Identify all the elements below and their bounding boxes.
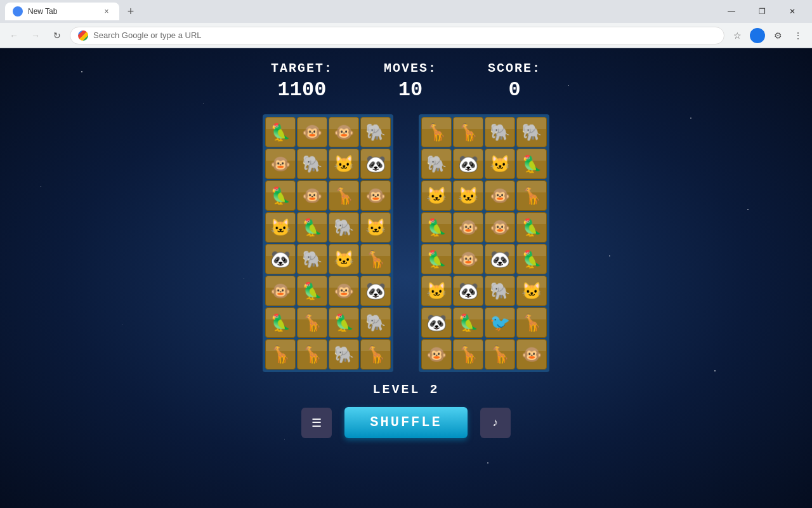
window-controls: — ❐ ✕ [717, 3, 807, 20]
moves-display: MOVES: 10 [384, 61, 437, 102]
table-row[interactable]: 🦜 [421, 244, 452, 274]
tab-bar: New Tab × + — ❐ ✕ [0, 0, 812, 23]
hud: TARGET: 1100 MOVES: 10 SCORE: 0 [271, 61, 541, 102]
profile-icon[interactable] [750, 28, 765, 43]
table-row[interactable]: 🦜 [453, 307, 483, 338]
table-row[interactable]: 🦜 [516, 244, 547, 274]
table-row[interactable]: 🦒 [265, 339, 296, 370]
refresh-button[interactable]: ↻ [48, 27, 66, 44]
table-row[interactable]: 🐵 [329, 276, 359, 306]
table-row[interactable]: 🐘 [516, 117, 547, 147]
table-row[interactable]: 🐵 [265, 276, 296, 306]
board-right: 🦒🦒🐘🐘🐘🐼🐱🦜🐱🐱🐵🦒🦜🐵🐵🦜🦜🐵🐼🦜🐱🐼🐘🐱🐼🦜🐦🦒🐵🦒🦒🐵 [419, 114, 549, 372]
tab-close-button[interactable]: × [102, 6, 112, 17]
table-row[interactable]: 🐘 [485, 276, 515, 306]
search-placeholder: Search Google or type a URL [93, 30, 202, 40]
table-row[interactable]: 🦜 [516, 212, 547, 243]
table-row[interactable]: 🦒 [297, 339, 327, 370]
table-row[interactable]: 🐘 [360, 307, 391, 338]
table-row[interactable]: 🐘 [297, 244, 327, 274]
table-row[interactable]: 🐦 [485, 307, 515, 338]
music-button[interactable]: ♪ [480, 408, 511, 438]
table-row[interactable]: 🦜 [516, 149, 547, 179]
table-row[interactable]: 🐱 [265, 212, 296, 243]
table-row[interactable]: 🦒 [360, 244, 391, 274]
table-row[interactable]: 🐱 [516, 276, 547, 306]
table-row[interactable]: 🦜 [265, 117, 296, 147]
restore-button[interactable]: ❐ [747, 3, 776, 20]
table-row[interactable]: 🐘 [421, 149, 452, 179]
table-row[interactable]: 🐱 [421, 276, 452, 306]
tab-title: New Tab [28, 7, 102, 16]
browser-chrome: New Tab × + — ❐ ✕ ← → ↻ Search Google or… [0, 0, 812, 48]
table-row[interactable]: 🐼 [421, 307, 452, 338]
bookmark-icon[interactable]: ☆ [728, 27, 746, 44]
minimize-button[interactable]: — [717, 3, 746, 20]
table-row[interactable]: 🦒 [516, 307, 547, 338]
table-row[interactable]: 🐼 [453, 276, 483, 306]
table-row[interactable]: 🦒 [329, 180, 359, 211]
level-display: LEVEL 2 [372, 382, 439, 397]
table-row[interactable]: 🦜 [421, 212, 452, 243]
search-bar[interactable]: Search Google or type a URL [70, 27, 724, 44]
google-icon [78, 30, 88, 41]
table-row[interactable]: 🦒 [421, 117, 452, 147]
close-button[interactable]: ✕ [778, 3, 807, 20]
table-row[interactable]: 🐵 [297, 117, 327, 147]
forward-button[interactable]: → [27, 27, 44, 44]
moves-label: MOVES: [384, 61, 437, 76]
table-row[interactable]: 🦒 [453, 117, 483, 147]
bottom-bar: ☰ SHUFFLE ♪ [301, 407, 510, 438]
table-row[interactable]: 🦜 [329, 307, 359, 338]
table-row[interactable]: 🐵 [297, 180, 327, 211]
menu-button[interactable]: ☰ [301, 408, 332, 438]
table-row[interactable]: 🐵 [329, 117, 359, 147]
table-row[interactable]: 🦒 [485, 339, 515, 370]
table-row[interactable]: 🦒 [453, 339, 483, 370]
table-row[interactable]: 🐼 [265, 244, 296, 274]
table-row[interactable]: 🐵 [516, 339, 547, 370]
table-row[interactable]: 🐘 [297, 149, 327, 179]
table-row[interactable]: 🐵 [421, 339, 452, 370]
table-row[interactable]: 🐱 [360, 212, 391, 243]
table-row[interactable]: 🐘 [485, 117, 515, 147]
active-tab[interactable]: New Tab × [5, 3, 119, 20]
table-row[interactable]: 🐱 [329, 149, 359, 179]
table-row[interactable]: 🦜 [265, 307, 296, 338]
table-row[interactable]: 🐼 [453, 149, 483, 179]
table-row[interactable]: 🐘 [360, 117, 391, 147]
table-row[interactable]: 🐵 [485, 180, 515, 211]
table-row[interactable]: 🦜 [297, 212, 327, 243]
address-bar: ← → ↻ Search Google or type a URL ☆ ⚙ ⋮ [0, 23, 812, 48]
new-tab-button[interactable]: + [122, 3, 140, 20]
table-row[interactable]: 🦒 [297, 307, 327, 338]
table-row[interactable]: 🐵 [360, 180, 391, 211]
back-button[interactable]: ← [5, 27, 23, 44]
table-row[interactable]: 🦒 [516, 180, 547, 211]
table-row[interactable]: 🐼 [360, 276, 391, 306]
moves-value: 10 [384, 78, 437, 102]
shuffle-button[interactable]: SHUFFLE [344, 407, 467, 438]
table-row[interactable]: 🦒 [360, 339, 391, 370]
score-display: SCORE: 0 [488, 61, 541, 102]
score-value: 0 [488, 78, 541, 102]
table-row[interactable]: 🐵 [453, 212, 483, 243]
table-row[interactable]: 🐼 [485, 244, 515, 274]
table-row[interactable]: 🦜 [265, 180, 296, 211]
table-row[interactable]: 🐵 [485, 212, 515, 243]
table-row[interactable]: 🐼 [360, 149, 391, 179]
table-row[interactable]: 🐱 [485, 149, 515, 179]
extensions-icon[interactable]: ⚙ [769, 27, 787, 44]
table-row[interactable]: 🐱 [421, 180, 452, 211]
table-row[interactable]: 🐱 [453, 180, 483, 211]
table-row[interactable]: 🐵 [453, 244, 483, 274]
table-row[interactable]: 🐘 [329, 212, 359, 243]
table-row[interactable]: 🐵 [265, 149, 296, 179]
menu-icon[interactable]: ⋮ [789, 27, 807, 44]
tab-favicon [13, 6, 23, 17]
table-row[interactable]: 🦜 [297, 276, 327, 306]
table-row[interactable]: 🐱 [329, 244, 359, 274]
table-row[interactable]: 🐘 [329, 339, 359, 370]
music-icon: ♪ [492, 416, 498, 429]
board-left: 🦜🐵🐵🐘🐵🐘🐱🐼🦜🐵🦒🐵🐱🦜🐘🐱🐼🐘🐱🦒🐵🦜🐵🐼🦜🦒🦜🐘🦒🦒🐘🦒 [263, 114, 393, 372]
